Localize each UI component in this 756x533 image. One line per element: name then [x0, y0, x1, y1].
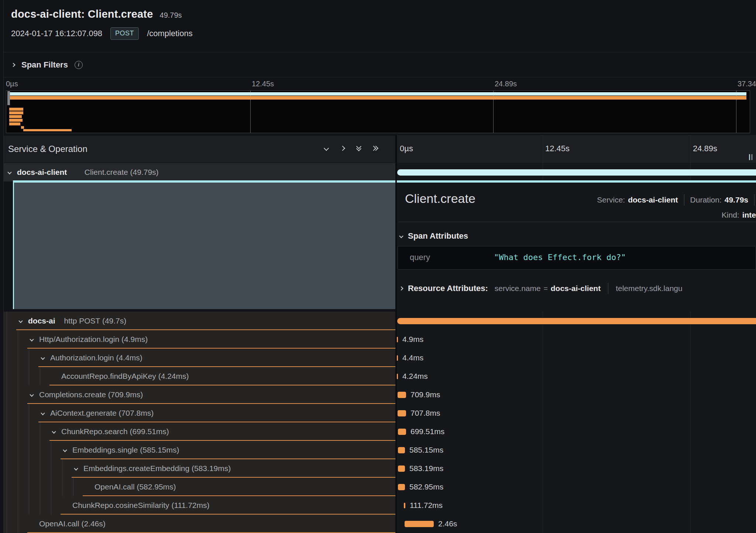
span-row[interactable]: ChunkRepo.search (699.51ms)699.51ms	[0, 422, 756, 441]
minimap-span-bar	[9, 115, 22, 118]
span-operation-name: ChunkRepo.search (699.51ms)	[61, 427, 169, 436]
collapse-all-icon[interactable]	[357, 146, 361, 150]
span-row[interactable]: Completions.create (709.9ms)709.9ms	[0, 385, 756, 404]
span-bar-cell[interactable]: 582.95ms	[397, 478, 756, 496]
span-duration-label: 699.51ms	[410, 427, 444, 436]
span-duration-bar[interactable]	[404, 503, 405, 508]
chevron-down-icon[interactable]	[41, 411, 45, 415]
chevron-down-icon[interactable]	[74, 466, 78, 470]
span-duration-bar[interactable]	[397, 337, 398, 342]
span-row[interactable]: Embeddings.createEmbedding (583.19ms)583…	[0, 459, 756, 478]
span-name-cell[interactable]: docs-ai-clientClient.create (49.79s)	[4, 163, 395, 181]
span-row[interactable]: OpenAI.call (2.46s)2.46s	[0, 515, 756, 533]
trace-minimap[interactable]: 0µs12.45s24.89s37.34s	[0, 78, 756, 135]
span-name-cell[interactable]: OpenAI.call (2.46s)	[4, 515, 395, 533]
span-duration-bar[interactable]	[398, 392, 406, 398]
http-method-badge: POST	[110, 27, 139, 40]
span-duration-bar[interactable]	[405, 521, 434, 527]
span-bar-cell[interactable]: 4.4ms	[397, 349, 756, 367]
span-bar-cell[interactable]: 707.8ms	[397, 404, 756, 422]
timeline-tick-label: 24.89s	[693, 144, 717, 153]
span-name-cell[interactable]: Authorization.login (4.4ms)	[4, 349, 395, 367]
span-bar-cell[interactable]: 4.9ms	[397, 330, 756, 349]
span-duration-bar[interactable]	[398, 429, 406, 435]
span-name-cell[interactable]: OpenAI.call (582.95ms)	[4, 478, 395, 496]
minimap-drag-handle[interactable]	[7, 91, 10, 105]
span-name-cell[interactable]: Embeddings.createEmbedding (583.19ms)	[4, 459, 395, 478]
span-duration-bar[interactable]	[398, 484, 405, 490]
span-row[interactable]: AiContext.generate (707.8ms)707.8ms	[0, 404, 756, 422]
indent-guide	[7, 385, 7, 404]
chevron-down-icon[interactable]	[7, 170, 11, 174]
span-bar-cell[interactable]	[397, 312, 756, 330]
minimap-canvas[interactable]	[6, 90, 750, 133]
span-bar-cell[interactable]: 585.15ms	[397, 441, 756, 459]
info-icon[interactable]: i	[75, 61, 83, 69]
collapse-one-icon[interactable]	[324, 146, 329, 151]
span-bar-cell[interactable]: 2.46s	[397, 515, 756, 533]
column-grabber-icon[interactable]	[749, 154, 752, 160]
span-operation-name: AccountRepo.findByApiKey (4.24ms)	[61, 372, 189, 381]
span-name-cell[interactable]: docs-aihttp POST (49.7s)	[4, 312, 395, 330]
span-row[interactable]: Authorization.login (4.4ms)4.4ms	[0, 349, 756, 367]
span-duration-label: 583.19ms	[409, 464, 443, 473]
span-row[interactable]: docs-aihttp POST (49.7s)	[0, 312, 756, 330]
span-bar-cell[interactable]	[397, 163, 756, 181]
span-row[interactable]: Embeddings.single (585.15ms)585.15ms	[0, 441, 756, 459]
span-filters-bar[interactable]: Span Filters i	[4, 52, 756, 77]
span-operation-name: OpenAI.call (2.46s)	[39, 519, 106, 528]
span-operation-name: http POST (49.7s)	[64, 316, 126, 325]
span-detail-panel: Client.create Service: docs-ai-client Du…	[397, 181, 756, 312]
chevron-down-icon[interactable]	[63, 448, 67, 452]
trace-main: Service & Operation 0µs12.45s24.89s docs…	[0, 135, 756, 533]
selected-span-underline	[13, 180, 756, 181]
span-duration-bar[interactable]	[398, 410, 406, 416]
span-row[interactable]: ChunkRepo.cosineSimilarity (111.72ms)111…	[0, 496, 756, 515]
span-duration-bar[interactable]	[397, 318, 756, 324]
span-operation-name: Http/Authorization.login (4.9ms)	[39, 335, 148, 344]
span-name-cell[interactable]: Embeddings.single (585.15ms)	[4, 441, 395, 459]
expand-one-icon[interactable]	[340, 146, 345, 151]
span-name-cell[interactable]: AccountRepo.findByApiKey (4.24ms)	[4, 367, 395, 385]
span-row[interactable]: AccountRepo.findByApiKey (4.24ms)4.24ms	[0, 367, 756, 385]
span-attributes-header[interactable]: Span Attributes	[400, 231, 468, 241]
indent-guide	[62, 478, 62, 496]
span-row[interactable]: docs-ai-clientClient.create (49.79s)	[0, 163, 756, 181]
panel-resize-divider[interactable]	[395, 135, 397, 533]
span-name-cell[interactable]: ChunkRepo.cosineSimilarity (111.72ms)	[4, 496, 395, 515]
span-bar-cell[interactable]: 709.9ms	[397, 385, 756, 404]
span-operation-name: AiContext.generate (707.8ms)	[50, 409, 154, 418]
span-bar-cell[interactable]: 583.19ms	[397, 459, 756, 478]
indent-guide	[18, 385, 18, 404]
span-name-cell[interactable]: Http/Authorization.login (4.9ms)	[4, 330, 395, 349]
span-duration-bar[interactable]	[397, 374, 398, 379]
kind-value: inte	[742, 211, 756, 219]
indent-guide	[29, 404, 29, 422]
chevron-down-icon[interactable]	[52, 429, 56, 433]
span-duration-bar[interactable]	[398, 447, 405, 453]
indent-guide	[40, 478, 40, 496]
expand-all-icon[interactable]	[373, 146, 378, 150]
chevron-down-icon[interactable]	[18, 319, 23, 323]
span-duration-bar[interactable]	[397, 169, 756, 176]
span-row[interactable]: OpenAI.call (582.95ms)582.95ms	[0, 478, 756, 496]
span-duration-label: 4.9ms	[402, 335, 423, 344]
span-bar-cell[interactable]: 699.51ms	[397, 422, 756, 441]
span-duration-bar[interactable]	[397, 355, 398, 361]
span-duration-label: 582.95ms	[409, 482, 443, 491]
span-duration-bar[interactable]	[398, 465, 405, 472]
chevron-down-icon[interactable]	[30, 392, 34, 397]
span-name-cell[interactable]: ChunkRepo.search (699.51ms)	[4, 422, 395, 441]
span-name-cell[interactable]: AiContext.generate (707.8ms)	[4, 404, 395, 422]
resource-attributes-row[interactable]: Resource Attributes: service.name = docs…	[400, 283, 756, 294]
span-bar-cell[interactable]: 4.24ms	[397, 367, 756, 385]
chevron-right-icon[interactable]	[11, 63, 15, 67]
chevron-down-icon[interactable]	[30, 337, 34, 341]
span-row[interactable]: Http/Authorization.login (4.9ms)4.9ms	[0, 330, 756, 349]
indent-guide	[51, 441, 51, 459]
span-name-cell[interactable]: Completions.create (709.9ms)	[4, 385, 395, 404]
minimap-span-bar	[10, 92, 746, 96]
chevron-down-icon[interactable]	[41, 356, 45, 360]
span-bar-cell[interactable]: 111.72ms	[397, 496, 756, 515]
minimap-tick-label: 37.34s	[738, 80, 756, 88]
